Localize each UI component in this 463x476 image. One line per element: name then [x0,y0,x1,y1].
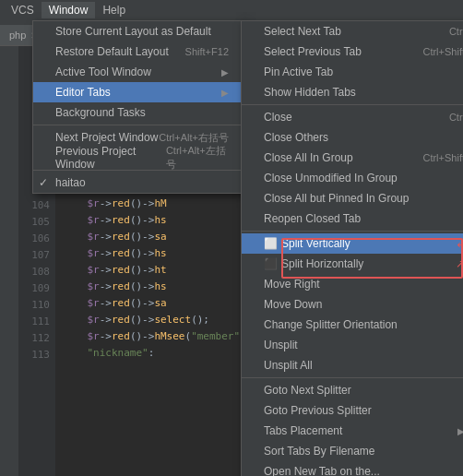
menu-item-restore-layout[interactable]: Restore Default Layout Shift+F12 [33,42,243,62]
menu-vcs[interactable]: VCS [4,2,42,18]
submenu-close-all-but-pinned[interactable]: Close All but Pinned In Group [242,188,463,208]
submenu-show-hidden-tabs[interactable]: Show Hidden Tabs [242,82,463,102]
submenu-close-shortcut: Ctrl [449,112,463,123]
submenu-move-right-label: Move Right [264,278,320,291]
submenu-unsplit[interactable]: Unsplit [242,335,463,355]
submenu-close[interactable]: Close Ctrl [242,107,463,127]
menu-window[interactable]: Window [42,2,96,18]
menu-item-next-project-label: Next Project Window [55,131,158,144]
submenu-change-splitter[interactable]: Change Splitter Orientation [242,315,463,335]
line-num-106: 106 [18,231,50,247]
menu-item-store-layout-label: Store Current Layout as Default [55,25,211,38]
submenu-close-others-label: Close Others [264,131,328,144]
submenu-select-next-tab-label: Select Next Tab [264,25,341,38]
submenu-goto-next-splitter[interactable]: Goto Next Splitter [242,380,463,400]
submenu-unsplit-label: Unsplit [264,339,298,351]
submenu-split-vertically-label: Split Vertically [281,237,350,250]
menu-bar: VCS Window Help [0,0,463,20]
menu-item-active-tool-arrow: ▶ [221,67,229,77]
submenu-change-splitter-label: Change Splitter Orientation [264,318,398,331]
submenu-unsplit-all-label: Unsplit All [264,359,313,372]
line-num-107: 107 [18,247,50,264]
line-num-105: 105 [18,214,50,231]
submenu-close-all-in-group[interactable]: Close All In Group Ctrl+Shift [242,148,463,168]
submenu-close-others[interactable]: Close Others [242,127,463,148]
submenu-close-all-but-pinned-label: Close All but Pinned In Group [264,192,409,205]
submenu-split-vertically[interactable]: ⬜ Split Vertically ↲ [242,233,463,254]
menu-item-active-tool[interactable]: Active Tool Window ▶ [33,62,243,82]
submenu-divider-2 [242,231,463,232]
submenu-tabs-placement-arrow: ▶ [457,426,463,436]
submenu-reopen-closed-tab[interactable]: Reopen Closed Tab [242,208,463,229]
submenu-divider-1 [242,104,463,105]
menu-item-haitao-check: ✓ [39,176,48,189]
menu-item-editor-tabs-arrow: ▶ [221,88,229,98]
submenu-split-horizontally[interactable]: ⬛ Split Horizontally ↗ [242,254,463,274]
line-num-109: 109 [18,280,50,297]
menu-help[interactable]: Help [95,2,133,18]
submenu-open-new-tab[interactable]: Open New Tab on the... [242,461,463,476]
tab-php-label: php [9,30,26,41]
menu-item-prev-project[interactable]: Previous Project Window Ctrl+Alt+左括号 [33,148,243,168]
menu-item-store-layout[interactable]: Store Current Layout as Default [33,21,243,42]
submenu-reopen-closed-tab-label: Reopen Closed Tab [264,212,361,225]
divider-1 [33,125,243,125]
menu-item-editor-tabs[interactable]: Editor Tabs ▶ [33,82,243,102]
submenu-select-prev-tab-shortcut: Ctrl+Shift [422,46,463,57]
left-sidebar [0,46,18,476]
line-num-111: 111 [18,314,50,330]
line-num-113: 113 [18,347,50,363]
main-dropdown-menu: Store Current Layout as Default Restore … [32,20,244,194]
submenu-move-down[interactable]: Move Down [242,294,463,315]
submenu-close-all-in-group-shortcut: Ctrl+Shift [422,152,463,163]
editor-tabs-submenu: Select Next Tab Ctrl Select Previous Tab… [241,20,463,476]
menu-item-restore-layout-shortcut: Shift+F12 [185,46,229,57]
line-num-108: 108 [18,264,50,280]
menu-item-editor-tabs-label: Editor Tabs [55,86,111,99]
menu-item-background-tasks[interactable]: Background Tasks [33,102,243,123]
submenu-select-next-tab-shortcut: Ctrl [449,26,463,37]
submenu-goto-next-splitter-label: Goto Next Splitter [264,384,351,397]
submenu-goto-prev-splitter-label: Goto Previous Splitter [264,404,372,417]
submenu-pin-active-tab-label: Pin Active Tab [264,65,333,78]
menu-item-restore-layout-label: Restore Default Layout [55,45,169,58]
split-vertical-arrow: ↲ [456,237,463,250]
submenu-select-prev-tab[interactable]: Select Previous Tab Ctrl+Shift [242,42,463,62]
split-horizontal-icon: ⬛ [264,257,278,270]
submenu-divider-3 [242,377,463,378]
split-vertical-icon: ⬜ [264,237,278,250]
line-num-104: 104 [18,197,50,214]
menu-item-active-tool-label: Active Tool Window [55,65,151,78]
menu-item-prev-project-shortcut: Ctrl+Alt+左括号 [166,144,229,172]
submenu-open-new-tab-label: Open New Tab on the... [264,465,380,476]
submenu-close-unmodified-label: Close Unmodified In Group [264,172,398,184]
submenu-show-hidden-tabs-label: Show Hidden Tabs [264,86,356,99]
submenu-sort-tabs[interactable]: Sort Tabs By Filename [242,441,463,461]
menu-item-haitao[interactable]: ✓ haitao [33,173,243,193]
submenu-sort-tabs-label: Sort Tabs By Filename [264,445,375,458]
submenu-split-horizontally-label: Split Horizontally [281,257,363,270]
submenu-close-label: Close [264,111,292,124]
submenu-tabs-placement-label: Tabs Placement [264,424,342,437]
submenu-pin-active-tab[interactable]: Pin Active Tab [242,62,463,82]
menu-item-next-project-shortcut: Ctrl+Alt+右括号 [159,131,229,145]
submenu-move-down-label: Move Down [264,298,322,311]
menu-item-haitao-label: haitao [55,176,86,189]
submenu-unsplit-all[interactable]: Unsplit All [242,355,463,375]
submenu-select-prev-tab-label: Select Previous Tab [264,45,362,58]
submenu-goto-prev-splitter[interactable]: Goto Previous Splitter [242,400,463,421]
submenu-close-unmodified[interactable]: Close Unmodified In Group [242,168,463,188]
submenu-move-right[interactable]: Move Right [242,274,463,294]
split-horizontal-arrow: ↗ [456,257,463,270]
menu-item-background-tasks-label: Background Tasks [55,106,146,119]
submenu-close-all-in-group-label: Close All In Group [264,151,353,164]
line-num-112: 112 [18,330,50,347]
submenu-tabs-placement[interactable]: Tabs Placement ▶ [242,421,463,441]
submenu-select-next-tab[interactable]: Select Next Tab Ctrl [242,21,463,42]
menu-item-prev-project-label: Previous Project Window [55,145,166,171]
line-num-110: 110 [18,297,50,314]
